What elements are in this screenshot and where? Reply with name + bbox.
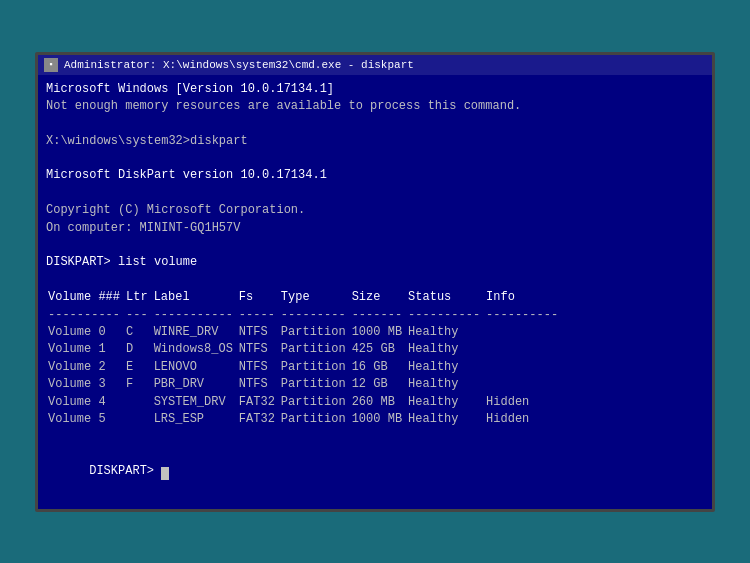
cell-status: Healthy [408, 411, 486, 428]
sep-fs: ----- [239, 307, 281, 324]
prompt-text: DISKPART> [89, 464, 161, 478]
volume-table: Volume ### Ltr Label Fs Type Size Status… [48, 289, 564, 428]
cell-label: LENOVO [154, 359, 239, 376]
line-blank-5 [46, 272, 704, 289]
table-row: Volume 5LRS_ESPFAT32Partition1000 MBHeal… [48, 411, 564, 428]
cell-info: Hidden [486, 394, 564, 411]
cell-size: 12 GB [352, 376, 408, 393]
cell-fs: NTFS [239, 341, 281, 358]
line-blank-4 [46, 237, 704, 254]
cell-num: Volume 5 [48, 411, 126, 428]
sep-type: --------- [281, 307, 352, 324]
cell-info [486, 341, 564, 358]
cell-num: Volume 3 [48, 376, 126, 393]
cell-label: SYSTEM_DRV [154, 394, 239, 411]
col-header-type: Type [281, 289, 352, 306]
col-header-status: Status [408, 289, 486, 306]
title-bar-text: Administrator: X:\windows\system32\cmd.e… [64, 59, 414, 71]
cell-type: Partition [281, 394, 352, 411]
cell-fs: FAT32 [239, 394, 281, 411]
cell-size: 260 MB [352, 394, 408, 411]
cell-size: 1000 MB [352, 411, 408, 428]
sep-label: ----------- [154, 307, 239, 324]
cell-ltr: F [126, 376, 154, 393]
line-computer: On computer: MININT-GQ1H57V [46, 220, 704, 237]
cell-ltr: E [126, 359, 154, 376]
line-blank-1 [46, 115, 704, 132]
cell-ltr [126, 411, 154, 428]
cell-num: Volume 1 [48, 341, 126, 358]
window-icon: ▪ [44, 58, 58, 72]
cell-fs: NTFS [239, 359, 281, 376]
console-window: ▪ Administrator: X:\windows\system32\cmd… [35, 52, 715, 512]
table-header-row: Volume ### Ltr Label Fs Type Size Status… [48, 289, 564, 306]
sep-num: ---------- [48, 307, 126, 324]
cell-type: Partition [281, 411, 352, 428]
cursor [161, 467, 169, 480]
cell-type: Partition [281, 324, 352, 341]
table-row: Volume 2ELENOVONTFSPartition16 GBHealthy [48, 359, 564, 376]
cell-status: Healthy [408, 394, 486, 411]
table-row: Volume 1DWindows8_OSNTFSPartition425 GBH… [48, 341, 564, 358]
cell-num: Volume 4 [48, 394, 126, 411]
cell-size: 1000 MB [352, 324, 408, 341]
cell-status: Healthy [408, 359, 486, 376]
cell-info: Hidden [486, 411, 564, 428]
col-header-label: Label [154, 289, 239, 306]
cell-label: WINRE_DRV [154, 324, 239, 341]
cell-status: Healthy [408, 324, 486, 341]
col-header-info: Info [486, 289, 564, 306]
cell-status: Healthy [408, 341, 486, 358]
cell-type: Partition [281, 359, 352, 376]
cell-info [486, 376, 564, 393]
cell-label: PBR_DRV [154, 376, 239, 393]
line-diskpart-version: Microsoft DiskPart version 10.0.17134.1 [46, 167, 704, 184]
cell-ltr [126, 394, 154, 411]
cell-size: 425 GB [352, 341, 408, 358]
line-blank-6 [46, 428, 704, 445]
line-copyright: Copyright (C) Microsoft Corporation. [46, 202, 704, 219]
sep-info: ---------- [486, 307, 564, 324]
cell-type: Partition [281, 341, 352, 358]
cell-fs: FAT32 [239, 411, 281, 428]
cell-info [486, 324, 564, 341]
col-header-fs: Fs [239, 289, 281, 306]
cell-info [486, 359, 564, 376]
line-diskpart-cmd: X:\windows\system32>diskpart [46, 133, 704, 150]
table-row: Volume 4SYSTEM_DRVFAT32Partition260 MBHe… [48, 394, 564, 411]
col-header-size: Size [352, 289, 408, 306]
cell-fs: NTFS [239, 324, 281, 341]
sep-status: ---------- [408, 307, 486, 324]
table-row: Volume 0CWINRE_DRVNTFSPartition1000 MBHe… [48, 324, 564, 341]
line-windows-version: Microsoft Windows [Version 10.0.17134.1] [46, 81, 704, 98]
cell-label: LRS_ESP [154, 411, 239, 428]
col-header-ltr: Ltr [126, 289, 154, 306]
cell-num: Volume 0 [48, 324, 126, 341]
cell-status: Healthy [408, 376, 486, 393]
cell-label: Windows8_OS [154, 341, 239, 358]
cell-num: Volume 2 [48, 359, 126, 376]
line-memory-error: Not enough memory resources are availabl… [46, 98, 704, 115]
cell-size: 16 GB [352, 359, 408, 376]
cell-fs: NTFS [239, 376, 281, 393]
title-bar: ▪ Administrator: X:\windows\system32\cmd… [38, 55, 712, 75]
cell-ltr: D [126, 341, 154, 358]
line-blank-3 [46, 185, 704, 202]
col-header-num: Volume ### [48, 289, 126, 306]
cell-type: Partition [281, 376, 352, 393]
sep-size: ------- [352, 307, 408, 324]
cell-ltr: C [126, 324, 154, 341]
table-sep-row: ---------- --- ----------- ----- -------… [48, 307, 564, 324]
prompt-line: DISKPART> [46, 446, 704, 498]
line-blank-2 [46, 150, 704, 167]
console-body[interactable]: Microsoft Windows [Version 10.0.17134.1]… [38, 75, 712, 509]
line-list-volume: DISKPART> list volume [46, 254, 704, 271]
table-row: Volume 3FPBR_DRVNTFSPartition12 GBHealth… [48, 376, 564, 393]
sep-ltr: --- [126, 307, 154, 324]
